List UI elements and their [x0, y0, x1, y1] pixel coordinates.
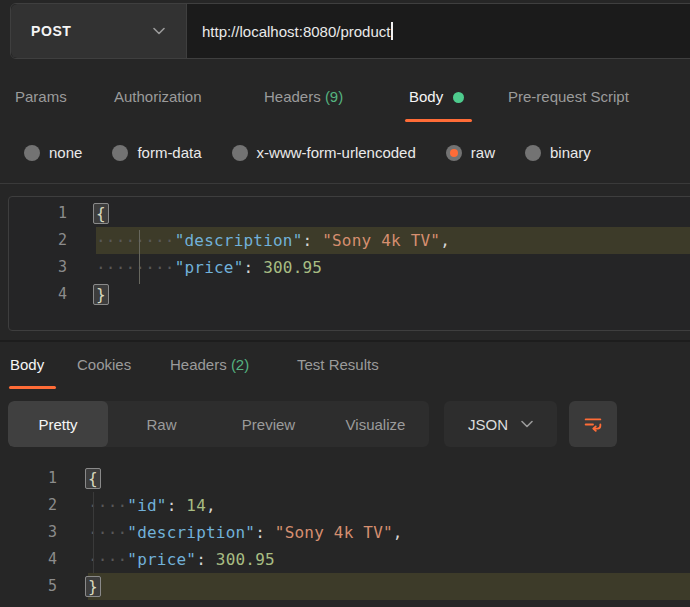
- response-headers-count-badge: (2): [231, 356, 249, 373]
- tab-body-label: Body: [409, 88, 443, 105]
- line-content: {: [96, 200, 690, 227]
- chevron-down-icon: [153, 27, 165, 35]
- active-tab-underline: [405, 119, 472, 122]
- code-line[interactable]: 4····"price": 300.95: [0, 546, 690, 573]
- line-content: }: [88, 573, 690, 600]
- line-content: ····"id": 14,: [88, 492, 690, 519]
- line-content: ····"description": "Sony 4k TV",: [88, 519, 690, 546]
- view-pretty[interactable]: Pretty: [8, 401, 108, 447]
- body-has-content-dot: [453, 92, 464, 103]
- response-tab-headers-label: Headers: [170, 356, 227, 373]
- text-cursor: [391, 22, 393, 40]
- radio-none[interactable]: none: [24, 144, 82, 161]
- radio-form-data[interactable]: form-data: [112, 144, 201, 161]
- response-view-switcher: Pretty Raw Preview Visualize: [8, 401, 429, 447]
- wrap-text-icon: [582, 413, 604, 435]
- request-body-editor[interactable]: 1{2········"description": "Sony 4k TV",3…: [8, 196, 690, 331]
- radio-binary[interactable]: binary: [525, 144, 591, 161]
- line-content: ········"description": "Sony 4k TV",: [96, 227, 690, 254]
- line-content: }: [96, 281, 690, 308]
- view-raw[interactable]: Raw: [108, 401, 215, 447]
- line-number: 3: [9, 254, 96, 281]
- url-input[interactable]: http://localhost:8080/product: [187, 4, 690, 58]
- tab-headers[interactable]: Headers (9): [264, 88, 343, 105]
- line-number: 1: [9, 200, 96, 227]
- tab-pre-request-script[interactable]: Pre-request Script: [508, 88, 629, 105]
- radio-raw[interactable]: raw: [446, 144, 495, 161]
- line-number: 3: [0, 519, 88, 546]
- radio-none-label: none: [49, 144, 82, 161]
- line-number: 2: [9, 227, 96, 254]
- line-content: {: [88, 465, 690, 492]
- tab-headers-label: Headers: [264, 88, 321, 105]
- response-active-tab-underline: [9, 386, 56, 389]
- line-number: 2: [0, 492, 88, 519]
- line-number: 5: [0, 573, 88, 600]
- response-body-viewer[interactable]: 1{2····"id": 14,3····"description": "Son…: [0, 465, 690, 607]
- radio-none-circle: [24, 145, 40, 161]
- code-line[interactable]: 4}: [9, 281, 690, 308]
- radio-raw-label: raw: [471, 144, 495, 161]
- tab-authorization[interactable]: Authorization: [114, 88, 202, 105]
- line-number: 4: [9, 281, 96, 308]
- response-tab-body[interactable]: Body: [10, 356, 44, 373]
- tab-params[interactable]: Params: [15, 88, 67, 105]
- radio-form-data-label: form-data: [137, 144, 201, 161]
- indent-guide: [139, 230, 140, 284]
- radio-x-www-circle: [232, 145, 248, 161]
- url-text: http://localhost:8080/product: [202, 23, 390, 40]
- line-content: ····"price": 300.95: [88, 546, 690, 573]
- code-line[interactable]: 3········"price": 300.95: [9, 254, 690, 281]
- view-visualize[interactable]: Visualize: [322, 401, 429, 447]
- wrap-text-button[interactable]: [569, 401, 617, 447]
- format-label: JSON: [468, 416, 508, 433]
- response-tab-headers[interactable]: Headers (2): [170, 356, 249, 373]
- code-line[interactable]: 2········"description": "Sony 4k TV",: [9, 227, 690, 254]
- radio-raw-circle: [446, 145, 462, 161]
- section-divider: [0, 183, 690, 184]
- bracket-guide: [93, 492, 94, 573]
- response-tab-test-results[interactable]: Test Results: [297, 356, 379, 373]
- radio-x-www-label: x-www-form-urlencoded: [257, 144, 416, 161]
- line-number: 1: [0, 465, 88, 492]
- code-line[interactable]: 5}: [0, 573, 690, 600]
- code-line[interactable]: 2····"id": 14,: [0, 492, 690, 519]
- chevron-down-icon: [521, 420, 533, 428]
- method-dropdown[interactable]: POST: [11, 4, 187, 58]
- radio-form-data-circle: [112, 145, 128, 161]
- radio-binary-label: binary: [550, 144, 591, 161]
- code-line[interactable]: 1{: [0, 465, 690, 492]
- response-tab-cookies[interactable]: Cookies: [77, 356, 131, 373]
- body-mode-row: none form-data x-www-form-urlencoded raw…: [24, 144, 591, 161]
- method-label: POST: [31, 23, 72, 39]
- pane-divider[interactable]: [0, 340, 690, 342]
- code-line[interactable]: 1{: [9, 200, 690, 227]
- radio-binary-circle: [525, 145, 541, 161]
- request-url-bar: POST http://localhost:8080/product: [10, 3, 690, 59]
- tab-body[interactable]: Body: [409, 88, 464, 105]
- format-dropdown[interactable]: JSON: [444, 401, 557, 447]
- view-preview[interactable]: Preview: [215, 401, 322, 447]
- radio-x-www-form-urlencoded[interactable]: x-www-form-urlencoded: [232, 144, 416, 161]
- code-line[interactable]: 3····"description": "Sony 4k TV",: [0, 519, 690, 546]
- line-number: 4: [0, 546, 88, 573]
- line-content: ········"price": 300.95: [96, 254, 690, 281]
- headers-count-badge: (9): [325, 88, 343, 105]
